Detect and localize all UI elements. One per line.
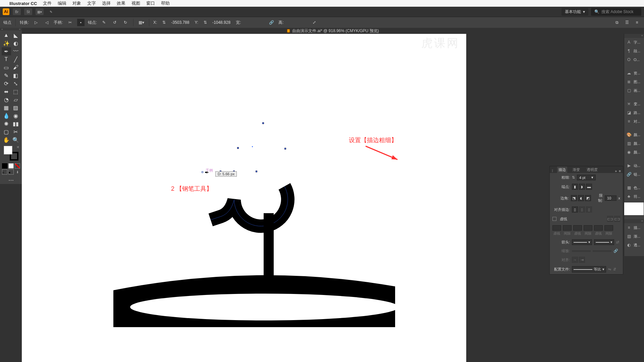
panel-gradient-collapsed[interactable]: ▧渐...	[624, 232, 644, 241]
dock-collapse-lower[interactable]: «	[624, 219, 644, 223]
limit-input[interactable]: 10	[605, 195, 616, 201]
align-inside-icon[interactable]: ▯	[579, 206, 585, 213]
panel-stroke-collapsed[interactable]: ≡描...	[624, 223, 644, 232]
flip-y-icon[interactable]: ⇵	[613, 267, 616, 272]
join-miter-icon[interactable]: ⬔	[571, 195, 577, 201]
gpu-button[interactable]: ✎	[47, 8, 55, 15]
screen-full[interactable]: ▪	[8, 169, 14, 175]
panel-character[interactable]: A字...	[624, 38, 644, 47]
stock-button[interactable]: St	[24, 8, 32, 15]
screen-normal[interactable]: ▫	[2, 169, 7, 175]
cap-round-icon[interactable]: ◗	[579, 184, 585, 190]
search-input[interactable]: 🔍 搜索 Adobe Stock	[591, 8, 641, 16]
gradient-tool[interactable]: ▨	[11, 104, 20, 112]
blend-tool[interactable]: ◉	[11, 112, 20, 120]
width-tool[interactable]: ⬌	[2, 87, 11, 96]
x-stepper-icon[interactable]: ⇅	[160, 19, 168, 26]
menu-object[interactable]: 对象	[72, 0, 81, 6]
lasso-tool[interactable]: ◐	[11, 39, 20, 47]
remove-anchor-icon[interactable]: ✎	[100, 19, 108, 26]
arrange-button[interactable]: ▦▾	[36, 8, 44, 15]
slice-tool[interactable]: ✂	[11, 128, 20, 136]
align-center-icon[interactable]: ▯	[572, 206, 578, 213]
screen-mode[interactable]: ⬇	[15, 169, 20, 175]
rotate-tool[interactable]: ⟳	[2, 79, 11, 87]
perspective-tool[interactable]: ▱	[11, 96, 20, 104]
menu-effect[interactable]: 效果	[117, 0, 125, 6]
panel-menu-icon[interactable]: ≡	[633, 19, 641, 26]
collapse-icon[interactable]: »	[615, 169, 617, 173]
color-mode[interactable]	[2, 163, 7, 169]
rectangle-tool[interactable]: ▭	[2, 63, 11, 71]
y-stepper-icon[interactable]: ⇅	[202, 19, 209, 26]
convert-smooth-icon[interactable]: ◁	[43, 19, 50, 26]
panel-symbols[interactable]: ♣符...	[624, 192, 644, 201]
hand-tool[interactable]: ✋	[2, 136, 11, 144]
profile-select[interactable]: 等比▾	[572, 266, 606, 273]
panel-links[interactable]: 🔗链...	[624, 170, 644, 179]
app-name[interactable]: Illustrator CC	[9, 1, 37, 6]
panel-color[interactable]: 🎨颜...	[624, 130, 644, 139]
eyedropper-tool[interactable]: 💧	[2, 112, 11, 120]
panel-color-themes[interactable]: ◉颜...	[624, 148, 644, 157]
connect-path-icon[interactable]: ↻	[122, 19, 129, 26]
panel-artboards[interactable]: ▢画...	[624, 86, 644, 95]
menu-type[interactable]: 文字	[87, 0, 96, 6]
anchor-point-active[interactable]	[202, 171, 203, 173]
tab-transparency[interactable]: 透明度	[585, 167, 599, 173]
gradient-mode[interactable]	[8, 163, 14, 169]
selection-tool[interactable]: ▲	[2, 31, 11, 39]
canvas[interactable]: 虎课网 手柄 D: 5.66 px ✒ 2 【钢笔工具】 设置【描边粗细】	[22, 34, 466, 362]
align-outside-icon[interactable]: ▯	[586, 206, 592, 213]
scale-tool[interactable]: ⤡	[11, 79, 20, 87]
arrow-end-select[interactable]: ▾	[594, 239, 614, 245]
anchor-point[interactable]	[237, 147, 239, 149]
join-bevel-icon[interactable]: ◩	[585, 195, 591, 201]
link-wh-icon[interactable]: 🔗	[268, 19, 275, 26]
mesh-tool[interactable]: ▦	[2, 104, 11, 112]
type-tool[interactable]: T	[2, 55, 11, 63]
fill-swatch[interactable]	[4, 146, 12, 155]
panel-layers[interactable]: ≣图...	[624, 77, 644, 86]
weight-stepper-icon[interactable]: ⇅	[572, 175, 575, 180]
panel-transform[interactable]: ⤧变...	[624, 100, 644, 108]
menu-edit[interactable]: 编辑	[58, 0, 66, 6]
curvature-tool[interactable]: 〰	[11, 47, 20, 55]
panel-transparency-collapsed[interactable]: ◐透...	[624, 241, 644, 249]
flip-x-icon[interactable]: ⇋	[608, 267, 611, 272]
isolate-icon[interactable]: ⧉	[613, 19, 621, 26]
document-tab[interactable]: 自由演示文件.ai* @ 918.96% (CMYK/GPU 预览)	[22, 28, 644, 34]
dock-collapse[interactable]: «	[624, 34, 644, 38]
shaper-tool[interactable]: ✎	[2, 71, 11, 79]
dash-preserve-icon[interactable]: ⊏⊐	[607, 216, 613, 222]
panel-color-guide[interactable]: ▥颜...	[624, 139, 644, 148]
menu-window[interactable]: 窗口	[146, 0, 155, 6]
dash-align-icon[interactable]: ⊏⊐	[614, 216, 620, 222]
panel-paragraph[interactable]: ¶段...	[624, 47, 644, 55]
panel-opentype[interactable]: OO...	[624, 55, 644, 64]
handle-show-icon[interactable]: ✂	[66, 19, 74, 26]
bridge-button[interactable]: Br	[13, 8, 21, 15]
menu-file[interactable]: 文件	[43, 0, 52, 6]
panel-link-icon[interactable]: ⟟	[552, 169, 553, 173]
cut-path-icon[interactable]: ↺	[111, 19, 118, 26]
x-value[interactable]: -3503.788	[171, 20, 191, 25]
tab-stroke[interactable]: 描边	[557, 167, 567, 173]
dash-inputs[interactable]	[552, 225, 620, 231]
eraser-tool[interactable]: ◧	[11, 71, 20, 79]
join-round-icon[interactable]: ◖	[578, 195, 584, 201]
align-icon[interactable]: ☰	[623, 19, 631, 26]
fill-stroke-swatch[interactable]: ⤭	[4, 146, 18, 161]
menu-select[interactable]: 选择	[102, 0, 111, 6]
symbol-sprayer-tool[interactable]: ✺	[2, 120, 11, 128]
scale-icon[interactable]: ⤢	[311, 19, 318, 26]
dash-checkbox[interactable]	[552, 217, 556, 221]
none-mode[interactable]	[15, 163, 20, 169]
transform-ref-icon[interactable]: ▦▾	[138, 19, 145, 26]
direct-selection-tool[interactable]: ◣	[11, 31, 20, 39]
panel-actions[interactable]: ▶动...	[624, 161, 644, 170]
anchor-point[interactable]	[256, 171, 257, 172]
swap-icon[interactable]: ⤭	[16, 145, 19, 149]
pen-tool[interactable]: ✒	[2, 47, 11, 55]
menu-help[interactable]: 帮助	[161, 0, 170, 6]
